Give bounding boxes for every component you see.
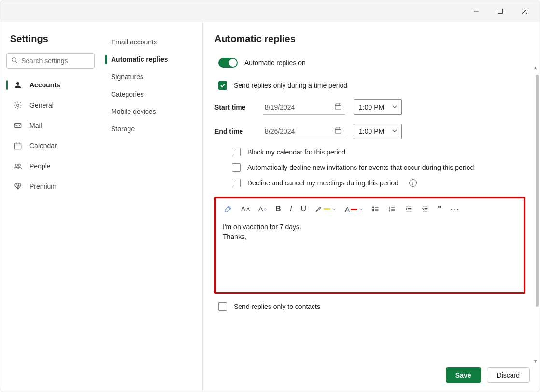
subnav-signatures[interactable]: Signatures	[100, 68, 202, 85]
calendar-icon	[334, 102, 342, 112]
highlight-button[interactable]	[315, 205, 336, 213]
more-button[interactable]: ···	[451, 205, 460, 213]
nav-mail[interactable]: Mail	[6, 117, 95, 134]
start-date-input[interactable]: 8/19/2024	[263, 99, 345, 115]
underline-button[interactable]: U	[300, 205, 306, 213]
svg-point-14	[18, 164, 21, 167]
numbered-list-button[interactable]: 123	[388, 205, 396, 213]
svg-text:3: 3	[389, 210, 390, 213]
reply-editor-highlighted: AA A◇ B I U A 123 " ···	[214, 197, 525, 294]
settings-nav: Settings Accounts General Mail Calendar	[0, 22, 100, 392]
nav-general[interactable]: General	[6, 97, 95, 114]
accounts-subnav: Email accounts Automatic replies Signatu…	[100, 22, 203, 392]
toggle-label: Automatic replies on	[244, 59, 306, 67]
subnav-automatic-replies[interactable]: Automatic replies	[100, 51, 202, 68]
diamond-icon	[13, 182, 23, 191]
svg-rect-19	[335, 128, 341, 133]
paintbrush-icon[interactable]	[224, 205, 232, 213]
nav-label: General	[29, 101, 54, 109]
font-color-button[interactable]: A	[345, 205, 363, 213]
mail-icon	[13, 121, 23, 130]
svg-point-24	[373, 209, 374, 210]
save-button[interactable]: Save	[446, 367, 481, 383]
nav-label: Mail	[29, 122, 42, 129]
nav-label: Calendar	[29, 142, 57, 150]
info-icon[interactable]: i	[409, 179, 417, 187]
svg-line-5	[16, 62, 17, 63]
svg-point-4	[12, 58, 16, 62]
svg-point-23	[373, 207, 374, 208]
nav-label: People	[29, 162, 51, 170]
scroll-down-icon[interactable]: ▼	[533, 359, 538, 364]
outdent-button[interactable]	[405, 205, 412, 213]
nav-premium[interactable]: Premium	[6, 178, 95, 195]
discard-button[interactable]: Discard	[487, 367, 530, 383]
end-time-label: End time	[214, 127, 254, 135]
close-button[interactable]	[513, 3, 536, 19]
decline-new-label: Automatically decline new invitations fo…	[247, 164, 474, 171]
automatic-replies-toggle[interactable]	[218, 58, 238, 68]
editor-line: Thanks,	[223, 232, 517, 242]
editor-toolbar: AA A◇ B I U A 123 " ···	[216, 198, 524, 220]
chevron-down-icon	[392, 103, 398, 111]
start-time-dropdown[interactable]: 1:00 PM	[354, 99, 402, 115]
minimize-button[interactable]	[465, 3, 487, 19]
decline-cancel-checkbox[interactable]	[232, 179, 241, 187]
editor-line: I'm on vacation for 7 days.	[223, 223, 517, 232]
italic-button[interactable]: I	[290, 205, 292, 213]
svg-rect-8	[14, 124, 21, 128]
subnav-mobile-devices[interactable]: Mobile devices	[100, 103, 202, 120]
scroll-up-icon[interactable]: ▲	[533, 65, 538, 70]
subnav-email-accounts[interactable]: Email accounts	[100, 33, 202, 51]
font-icon[interactable]: AA	[241, 205, 250, 213]
nav-label: Accounts	[29, 81, 60, 89]
reply-message-editor[interactable]: I'm on vacation for 7 days. Thanks,	[216, 220, 524, 292]
scrollbar[interactable]	[536, 75, 539, 307]
maximize-button[interactable]	[489, 3, 512, 19]
time-period-label: Send replies only during a time period	[234, 82, 347, 89]
end-time-dropdown[interactable]: 1:00 PM	[354, 124, 402, 139]
nav-accounts[interactable]: Accounts	[6, 76, 95, 94]
start-time-label: Start time	[214, 103, 254, 111]
nav-calendar[interactable]: Calendar	[6, 137, 95, 154]
decline-new-checkbox[interactable]	[232, 163, 241, 172]
svg-rect-9	[14, 143, 21, 149]
svg-point-6	[16, 82, 19, 85]
search-input[interactable]	[6, 53, 95, 69]
nav-label: Premium	[29, 182, 57, 190]
nav-people[interactable]: People	[6, 157, 95, 175]
bold-button[interactable]: B	[275, 205, 281, 213]
settings-window: Settings Accounts General Mail Calendar	[0, 0, 540, 392]
quote-button[interactable]: "	[438, 204, 442, 214]
end-date-input[interactable]: 8/26/2024	[263, 124, 345, 139]
indent-button[interactable]	[421, 205, 429, 213]
calendar-icon	[334, 126, 342, 136]
settings-heading: Settings	[6, 33, 95, 50]
svg-point-7	[17, 104, 19, 107]
subnav-storage[interactable]: Storage	[100, 120, 202, 138]
people-icon	[13, 161, 23, 171]
subnav-categories[interactable]: Categories	[100, 85, 202, 103]
page-title: Automatic replies	[214, 33, 525, 44]
titlebar	[0, 0, 540, 22]
contacts-only-label: Send replies only to contacts	[234, 303, 320, 310]
main-panel: Automatic replies Automatic replies on S…	[203, 22, 540, 392]
block-calendar-checkbox[interactable]	[232, 148, 241, 156]
svg-point-25	[373, 210, 374, 211]
contacts-only-checkbox[interactable]	[218, 302, 227, 311]
svg-point-13	[15, 164, 18, 167]
footer: Save Discard	[203, 364, 540, 392]
calendar-icon	[13, 141, 23, 151]
svg-rect-1	[498, 9, 503, 14]
search-icon	[11, 57, 18, 65]
decline-cancel-label: Decline and cancel my meetings during th…	[247, 179, 398, 187]
chevron-down-icon	[392, 127, 398, 135]
font-size-icon[interactable]: A◇	[258, 205, 267, 213]
block-calendar-label: Block my calendar for this period	[247, 148, 345, 156]
person-icon	[13, 80, 23, 90]
time-period-checkbox[interactable]	[218, 81, 227, 90]
svg-rect-15	[335, 104, 341, 109]
gear-icon	[13, 100, 23, 110]
bullet-list-button[interactable]	[372, 205, 380, 213]
